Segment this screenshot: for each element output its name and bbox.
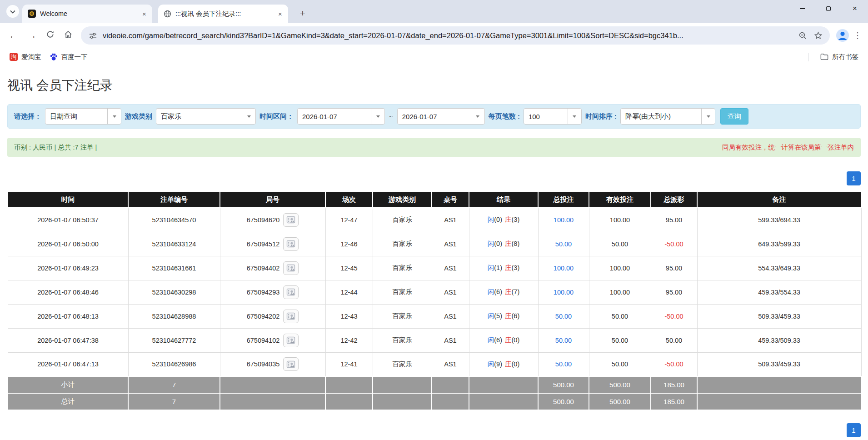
bet-record-table: 时间 注单编号 局号 场次 游戏类别 桌号 结果 总投注 有效投注 总派彩 备注… xyxy=(7,191,862,410)
page-number-button[interactable]: 1 xyxy=(847,423,861,437)
video-replay-button[interactable] xyxy=(283,261,299,275)
cell-total-bet-link[interactable]: 50.00 xyxy=(538,328,589,352)
result-banker-label: 庄 xyxy=(505,360,512,368)
url-bar[interactable]: videoie.com/game/betrecord_search/kind3?… xyxy=(81,26,830,45)
video-replay-icon xyxy=(286,240,295,248)
page-number-button[interactable]: 1 xyxy=(847,171,861,185)
result-player-label: 闲 xyxy=(488,264,494,271)
cell-bet-id: 523104634570 xyxy=(128,208,220,232)
header-game-kind: 游戏类别 xyxy=(373,192,432,208)
result-banker-count: (0) xyxy=(512,360,520,368)
date-start-value: 2026-01-07 xyxy=(298,109,371,124)
game-kind-select[interactable]: 百家乐 xyxy=(156,108,256,125)
cell-total-bet-link[interactable]: 50.00 xyxy=(538,232,589,256)
video-replay-icon xyxy=(286,312,295,320)
profile-avatar-icon[interactable] xyxy=(835,28,850,43)
video-replay-button[interactable] xyxy=(283,213,299,227)
per-page-select[interactable]: 100 xyxy=(524,108,582,125)
dropdown-caret-icon xyxy=(471,109,484,124)
maximize-button[interactable] xyxy=(815,0,842,17)
video-replay-button[interactable] xyxy=(283,285,299,299)
pagination-bottom: 1 xyxy=(7,423,861,437)
cell-time: 2026-01-07 06:48:46 xyxy=(8,280,128,304)
dropdown-caret-icon xyxy=(568,109,581,124)
forward-button[interactable]: → xyxy=(23,26,41,45)
all-bookmarks-button[interactable]: 所有书签 xyxy=(816,51,863,63)
dropdown-caret-icon xyxy=(242,109,255,124)
video-replay-icon xyxy=(286,288,295,296)
search-button[interactable]: 查询 xyxy=(720,108,748,125)
cell-total-bet-link[interactable]: 100.00 xyxy=(538,280,589,304)
result-player-count: (5) xyxy=(494,312,502,320)
tab-bet-record[interactable]: :::视讯 会员下注纪录::: × xyxy=(158,5,288,23)
game-kind-label: 游戏类别 xyxy=(125,112,152,121)
header-session: 场次 xyxy=(325,192,373,208)
cell-total-bet-link[interactable]: 50.00 xyxy=(538,352,589,376)
result-banker-count: (8) xyxy=(512,240,520,247)
result-banker-label: 庄 xyxy=(505,264,512,271)
total-total-bet: 500.00 xyxy=(538,393,589,410)
close-icon[interactable]: × xyxy=(140,10,149,18)
tab-title: Welcome xyxy=(40,10,136,17)
subtotal-label: 小计 xyxy=(8,376,128,393)
cell-time: 2026-01-07 06:47:38 xyxy=(8,328,128,352)
back-button[interactable]: ← xyxy=(5,26,23,45)
tab-welcome[interactable]: Welcome × xyxy=(22,5,152,23)
cell-game-kind: 百家乐 xyxy=(373,232,432,256)
all-bookmarks-label: 所有书签 xyxy=(832,53,858,61)
total-payout: 185.00 xyxy=(651,393,697,410)
round-id-text: 675094512 xyxy=(247,240,280,248)
cell-game-kind: 百家乐 xyxy=(373,208,432,232)
table-footer: 小计 7 500.00 500.00 185.00 总计 7 xyxy=(8,376,861,410)
cell-round-id: 675094202 xyxy=(220,304,325,328)
close-icon[interactable]: × xyxy=(276,10,284,18)
zoom-icon[interactable] xyxy=(797,30,808,41)
new-tab-button[interactable]: + xyxy=(296,7,309,20)
cell-valid-bet: 50.00 xyxy=(589,232,651,256)
date-end-select[interactable]: 2026-01-07 xyxy=(397,108,485,125)
cell-game-kind: 百家乐 xyxy=(373,304,432,328)
video-replay-button[interactable] xyxy=(283,334,299,347)
result-player-label: 闲 xyxy=(488,336,494,344)
cell-note: 459.33/554.33 xyxy=(697,280,861,304)
bookmark-star-icon[interactable] xyxy=(813,30,823,41)
cell-payout: 95.00 xyxy=(651,208,697,232)
bookmark-taobao[interactable]: 淘 爱淘宝 xyxy=(5,51,45,63)
minimize-button[interactable] xyxy=(789,0,815,17)
home-button[interactable] xyxy=(59,26,77,45)
baidu-icon xyxy=(50,53,58,61)
header-valid-bet: 有效投注 xyxy=(589,192,651,208)
cell-valid-bet: 50.00 xyxy=(589,328,651,352)
query-mode-select[interactable]: 日期查询 xyxy=(45,108,121,125)
filter-panel: 请选择： 日期查询 游戏类别 百家乐 时间区间： 2026-01-07 ~ 20… xyxy=(7,104,861,129)
tab-search-button[interactable] xyxy=(6,5,19,18)
tune-icon[interactable] xyxy=(87,30,98,41)
cell-total-bet-link[interactable]: 100.00 xyxy=(538,208,589,232)
bookmark-baidu[interactable]: 百度一下 xyxy=(45,51,92,63)
cell-bet-id: 523104630298 xyxy=(128,280,220,304)
window-close-button[interactable]: × xyxy=(842,0,868,17)
valid-bet-notice-text: 同局有效投注，统一计算在该局第一张注单内 xyxy=(722,143,854,152)
subtotal-total-bet: 500.00 xyxy=(538,376,589,393)
menu-icon[interactable]: ⋮ xyxy=(852,28,863,43)
cell-total-bet-link[interactable]: 50.00 xyxy=(538,304,589,328)
url-text[interactable]: videoie.com/game/betrecord_search/kind3?… xyxy=(103,31,793,40)
cell-valid-bet: 100.00 xyxy=(589,256,651,280)
date-range-label: 时间区间： xyxy=(259,112,294,121)
time-sort-select[interactable]: 降幂(由大到小) xyxy=(620,108,715,125)
cell-result: 闲(0)庄(3) xyxy=(469,208,538,232)
result-player-label: 闲 xyxy=(488,240,494,247)
header-note: 备注 xyxy=(697,192,861,208)
per-page-label: 每页笔数 : xyxy=(489,112,520,121)
video-replay-button[interactable] xyxy=(283,310,299,323)
total-valid-bet: 500.00 xyxy=(589,393,651,410)
cell-total-bet-link[interactable]: 100.00 xyxy=(538,256,589,280)
total-row: 总计 7 500.00 500.00 185.00 xyxy=(8,393,861,410)
browser-toolbar: ← → videoie.com/game/betrecord_search/ki… xyxy=(0,23,868,48)
reload-button[interactable] xyxy=(41,26,59,45)
welcome-favicon-icon xyxy=(28,10,36,18)
video-replay-button[interactable] xyxy=(283,357,299,371)
date-start-select[interactable]: 2026-01-07 xyxy=(297,108,385,125)
cell-time: 2026-01-07 06:48:13 xyxy=(8,304,128,328)
video-replay-button[interactable] xyxy=(283,237,299,251)
